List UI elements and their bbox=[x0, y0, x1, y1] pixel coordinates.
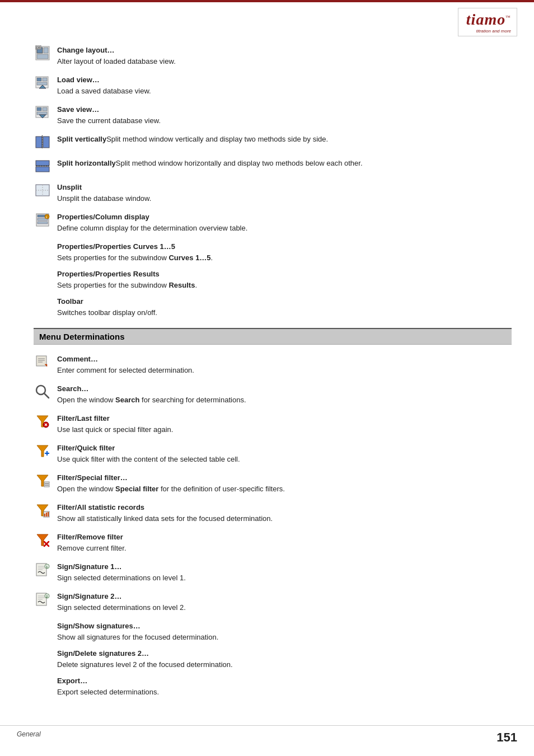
svg-rect-12 bbox=[37, 107, 41, 111]
svg-text:DB: DB bbox=[36, 46, 41, 49]
menu-item-change-layout: DB Change layout… Alter layout of loaded… bbox=[34, 45, 512, 67]
svg-rect-14 bbox=[37, 112, 47, 115]
page-container: tiamo™ titration and more DB Change layo… bbox=[0, 0, 534, 756]
filter-quick-text: Filter/Quick filter Use quick filter wit… bbox=[57, 443, 512, 464]
menu-item-unsplit: Unsplit Unsplit the database window. bbox=[34, 182, 512, 204]
menu-item-filter-special: Filter/Special filter… Open the window S… bbox=[34, 472, 512, 494]
sign2-text: Sign/Signature 2… Sign selected determin… bbox=[57, 591, 512, 613]
menu-item-filter-all-statistic: Filter/All statistic records Show all st… bbox=[34, 502, 512, 524]
brand-logo: tiamo™ bbox=[466, 11, 511, 28]
sub-item-toolbar: Toolbar Switches toolbar display on/off. bbox=[57, 296, 512, 318]
svg-rect-7 bbox=[37, 78, 41, 81]
filter-last-text: Filter/Last filter Use last quick or spe… bbox=[57, 413, 512, 435]
comment-icon bbox=[34, 354, 51, 370]
filter-quick-icon bbox=[34, 443, 51, 459]
svg-rect-53 bbox=[48, 512, 49, 516]
sub-item-sign-delete: Sign/Delete signatures 2… Delete signatu… bbox=[57, 648, 512, 670]
split-horizontal-icon bbox=[34, 158, 51, 174]
load-view-icon bbox=[34, 75, 51, 91]
search-text: Search… Open the window Search for searc… bbox=[57, 383, 512, 405]
save-view-text: Save view… Save the current database vie… bbox=[57, 104, 512, 126]
svg-rect-52 bbox=[46, 513, 47, 516]
svg-rect-16 bbox=[36, 137, 42, 148]
sub-item-sign-show: Sign/Show signatures… Show all signature… bbox=[57, 621, 512, 642]
filter-remove-text: Filter/Remove filter Remove current filt… bbox=[57, 532, 512, 553]
sign1-text: Sign/Signature 1… Sign selected determin… bbox=[57, 561, 512, 583]
svg-rect-9 bbox=[37, 82, 47, 85]
svg-rect-2 bbox=[44, 48, 48, 53]
filter-special-icon bbox=[34, 473, 51, 489]
menu-item-split-vertically: Split verticallySplit method window vert… bbox=[34, 134, 512, 150]
filter-all-statistic-icon bbox=[34, 503, 51, 518]
menu-item-comment: Comment… Enter comment for selected dete… bbox=[34, 354, 512, 375]
svg-rect-46 bbox=[44, 482, 49, 487]
unsplit-text: Unsplit Unsplit the database window. bbox=[57, 182, 512, 204]
svg-rect-28 bbox=[38, 222, 48, 224]
menu-item-save-view: Save view… Save the current database vie… bbox=[34, 104, 512, 126]
search-icon bbox=[34, 384, 51, 400]
menu-item-properties: i Properties/Column display Define colum… bbox=[34, 212, 512, 233]
svg-rect-20 bbox=[36, 167, 49, 172]
menu-item-load-view: Load view… Load a saved database view. bbox=[34, 74, 512, 96]
sign2-icon: 2 bbox=[34, 591, 51, 607]
unsplit-icon bbox=[34, 182, 51, 198]
menu-item-sign1: 1 Sign/Signature 1… Sign selected determ… bbox=[34, 561, 512, 583]
footer-right: 151 bbox=[496, 730, 517, 745]
filter-special-text: Filter/Special filter… Open the window S… bbox=[57, 472, 512, 494]
filter-remove-icon bbox=[34, 532, 51, 548]
filter-last-icon bbox=[34, 414, 51, 429]
split-horizontally-text: Split horizontallySplit method window ho… bbox=[57, 158, 512, 169]
svg-rect-8 bbox=[43, 78, 47, 81]
content-area: DB Change layout… Alter layout of loaded… bbox=[0, 39, 534, 714]
svg-line-37 bbox=[44, 393, 49, 398]
menu-item-filter-remove: Filter/Remove filter Remove current filt… bbox=[34, 532, 512, 553]
save-view-icon bbox=[34, 105, 51, 120]
menu-item-search: Search… Open the window Search for searc… bbox=[34, 383, 512, 405]
properties-text: Properties/Column display Define column … bbox=[57, 212, 512, 233]
split-vertical-icon bbox=[34, 134, 51, 150]
sub-item-properties-curves: Properties/Properties Curves 1…5 Sets pr… bbox=[57, 241, 512, 263]
footer-left: General bbox=[17, 730, 41, 745]
svg-rect-17 bbox=[43, 137, 49, 148]
menu-item-split-horizontally: Split horizontallySplit method window ho… bbox=[34, 158, 512, 174]
properties-icon: i bbox=[34, 212, 51, 228]
load-view-text: Load view… Load a saved database view. bbox=[57, 74, 512, 96]
svg-rect-19 bbox=[36, 161, 49, 166]
menu-item-filter-quick: Filter/Quick filter Use quick filter wit… bbox=[34, 443, 512, 464]
brand-tagline: titration and more bbox=[466, 29, 511, 34]
footer: General 151 bbox=[0, 725, 534, 745]
logo-area: tiamo™ titration and more bbox=[0, 2, 534, 39]
sub-item-export: Export… Export selected determinations. bbox=[57, 675, 512, 697]
svg-rect-3 bbox=[37, 54, 48, 59]
svg-rect-13 bbox=[43, 107, 47, 111]
logo-box: tiamo™ titration and more bbox=[458, 8, 517, 36]
filter-all-statistic-text: Filter/All statistic records Show all st… bbox=[57, 502, 512, 524]
menu-determinations-heading: Menu Determinations bbox=[34, 328, 512, 345]
comment-text: Comment… Enter comment for selected dete… bbox=[57, 354, 512, 375]
sign1-icon: 1 bbox=[34, 562, 51, 577]
menu-item-sign2: 2 Sign/Signature 2… Sign selected determ… bbox=[34, 591, 512, 613]
split-vertically-text: Split verticallySplit method window vert… bbox=[57, 134, 512, 145]
change-layout-text: Change layout… Alter layout of loaded da… bbox=[57, 45, 512, 67]
change-layout-icon: DB bbox=[34, 45, 51, 61]
menu-item-filter-last: Filter/Last filter Use last quick or spe… bbox=[34, 413, 512, 435]
sub-item-properties-results: Properties/Properties Results Sets prope… bbox=[57, 269, 512, 290]
svg-rect-51 bbox=[44, 514, 45, 516]
